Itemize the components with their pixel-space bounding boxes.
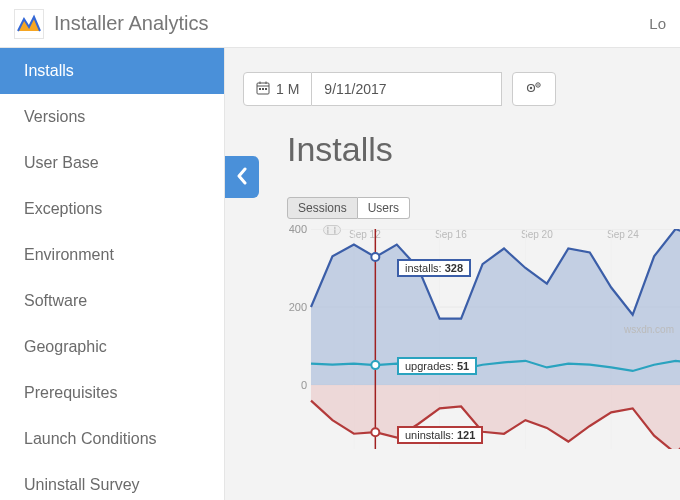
sidebar-item-uninstall-survey[interactable]: Uninstall Survey	[0, 462, 224, 500]
app-title: Installer Analytics	[54, 12, 209, 35]
date-range-label: 1 M	[276, 81, 299, 97]
sidebar-item-exceptions[interactable]: Exceptions	[0, 186, 224, 232]
sidebar-item-installs[interactable]: Installs	[0, 48, 224, 94]
calendar-icon	[256, 81, 270, 98]
tooltip-upgrades-label: upgrades:	[405, 360, 454, 372]
chart-canvas	[287, 229, 680, 449]
collapse-sidebar-button[interactable]	[225, 156, 259, 198]
date-range-button[interactable]: 1 M	[243, 72, 312, 106]
tooltip-installs-value: 328	[445, 262, 463, 274]
tab-sessions[interactable]: Sessions	[287, 197, 358, 219]
sidebar-item-environment[interactable]: Environment	[0, 232, 224, 278]
tooltip-upgrades-value: 51	[457, 360, 469, 372]
sidebar-item-geographic[interactable]: Geographic	[0, 324, 224, 370]
sidebar-item-software[interactable]: Software	[0, 278, 224, 324]
sidebar-item-launch-conditions[interactable]: Launch Conditions	[0, 416, 224, 462]
tooltip-uninstalls: uninstalls: 121	[397, 426, 483, 444]
sidebar: Installs Versions User Base Exceptions E…	[0, 48, 225, 500]
installs-chart[interactable]: 400 200 0 Sep 12 Sep 16 Sep 20 Sep 24 ❘❘…	[287, 229, 680, 449]
tooltip-uninstalls-label: uninstalls:	[405, 429, 454, 441]
watermark: wsxdn.com	[624, 324, 674, 335]
chevron-left-icon	[235, 167, 249, 188]
page-title: Installs	[287, 130, 680, 169]
date-value: 9/11/2017	[324, 81, 386, 97]
sidebar-item-prerequisites[interactable]: Prerequisites	[0, 370, 224, 416]
settings-button[interactable]	[512, 72, 556, 106]
svg-rect-7	[265, 88, 267, 90]
tooltip-installs-label: installs:	[405, 262, 442, 274]
svg-point-20	[371, 253, 379, 261]
svg-point-21	[371, 361, 379, 369]
svg-point-9	[530, 86, 532, 88]
tooltip-installs: installs: 328	[397, 259, 471, 277]
svg-point-22	[371, 428, 379, 436]
sidebar-item-user-base[interactable]: User Base	[0, 140, 224, 186]
tooltip-uninstalls-value: 121	[457, 429, 475, 441]
date-input[interactable]: 9/11/2017	[312, 72, 502, 106]
tab-users[interactable]: Users	[358, 197, 410, 219]
svg-rect-5	[259, 88, 261, 90]
login-link[interactable]: Lo	[649, 15, 666, 32]
svg-point-11	[538, 84, 540, 86]
svg-rect-6	[262, 88, 264, 90]
app-logo	[14, 9, 44, 39]
sidebar-item-versions[interactable]: Versions	[0, 94, 224, 140]
gear-icon	[526, 81, 542, 98]
tooltip-upgrades: upgrades: 51	[397, 357, 477, 375]
